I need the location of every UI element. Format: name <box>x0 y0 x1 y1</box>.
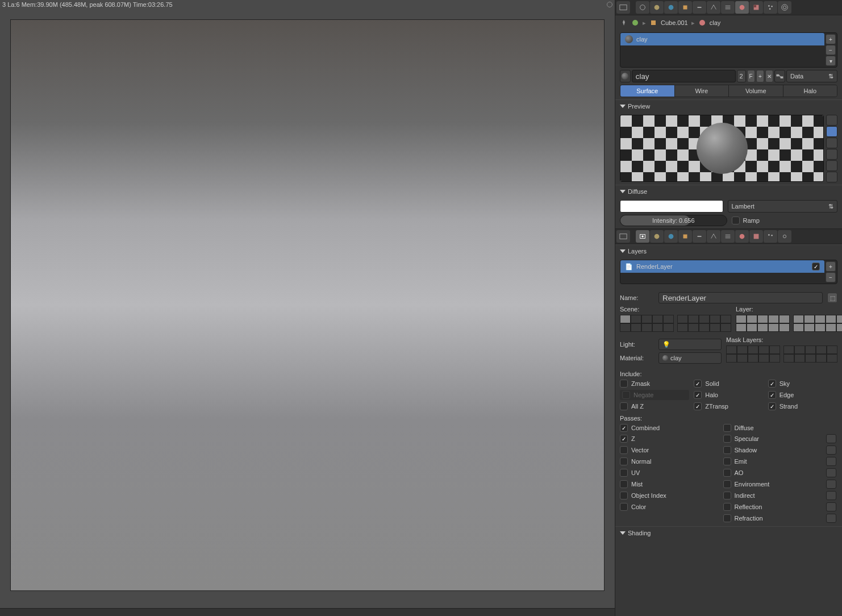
preview-panel-header[interactable]: Preview <box>615 99 842 113</box>
refraction-exclude-button[interactable] <box>826 514 836 523</box>
indirect-exclude-button[interactable] <box>826 491 836 500</box>
preview-cube-button[interactable] <box>826 138 837 148</box>
shadow-exclude-button[interactable] <box>826 446 836 455</box>
tab-data-icon[interactable] <box>721 230 735 243</box>
light-override-input[interactable]: 💡 <box>658 339 722 350</box>
refraction-checkbox[interactable] <box>723 514 731 522</box>
normal-checkbox[interactable] <box>620 457 628 465</box>
tab-physics-icon[interactable] <box>778 230 791 243</box>
single-layer-button[interactable]: ⬚ <box>827 293 837 303</box>
preview-spheresky-button[interactable] <box>826 172 837 182</box>
remove-layer-button[interactable]: − <box>826 272 836 282</box>
mist-checkbox[interactable] <box>620 480 628 488</box>
tab-world-icon[interactable] <box>664 1 678 14</box>
breadcrumb-material[interactable]: clay <box>710 19 721 26</box>
material-link-select[interactable]: Data ⇅ <box>786 70 837 82</box>
objectindex-checkbox[interactable] <box>620 492 628 500</box>
render-layer-enable-checkbox[interactable] <box>812 263 820 270</box>
tab-texture-icon[interactable] <box>749 230 763 243</box>
diffuse-model-select[interactable]: Lambert ⇅ <box>728 200 838 213</box>
add-slot-button[interactable]: + <box>826 34 836 44</box>
specular-exclude-button[interactable] <box>826 434 836 443</box>
emit-checkbox[interactable] <box>723 457 731 465</box>
tab-material-icon[interactable] <box>735 1 749 14</box>
fake-user-button[interactable]: F <box>747 70 755 82</box>
preview-hair-button[interactable] <box>826 160 837 171</box>
material-slot-item[interactable]: clay <box>620 33 824 45</box>
zmask-checkbox[interactable] <box>620 380 628 388</box>
tab-modifiers-icon[interactable] <box>707 1 720 14</box>
tab-scene-icon[interactable] <box>650 230 664 243</box>
specular-checkbox[interactable] <box>723 435 731 443</box>
diffuse-intensity-slider[interactable]: Intensity: 0.656 <box>620 215 727 226</box>
tab-halo[interactable]: Halo <box>783 85 837 97</box>
ztransp-checkbox[interactable] <box>694 402 702 410</box>
tab-volume[interactable]: Volume <box>729 85 783 97</box>
layers-panel-header[interactable]: Layers <box>615 244 842 257</box>
tab-physics-icon[interactable] <box>778 1 791 14</box>
allz-checkbox[interactable] <box>620 402 628 410</box>
tab-world-icon[interactable] <box>664 230 678 243</box>
vector-checkbox[interactable] <box>620 446 628 454</box>
window-close-icon[interactable] <box>607 2 612 7</box>
tab-window-icon[interactable] <box>616 230 630 243</box>
halo-checkbox[interactable] <box>694 391 702 399</box>
tab-object-icon[interactable] <box>678 1 692 14</box>
diffuse-panel-header[interactable]: Diffuse <box>615 185 842 198</box>
uv-checkbox[interactable] <box>620 469 628 477</box>
emit-exclude-button[interactable] <box>826 457 836 466</box>
material-users[interactable]: 2 <box>737 70 746 82</box>
preview-monkey-button[interactable] <box>826 149 837 160</box>
strand-checkbox[interactable] <box>768 402 776 410</box>
context-icon[interactable] <box>631 19 639 27</box>
scene-layers-grid[interactable] <box>620 315 731 332</box>
diffuse-pass-checkbox[interactable] <box>723 424 731 432</box>
tab-scene-icon[interactable] <box>650 1 664 14</box>
reflection-checkbox[interactable] <box>723 503 731 511</box>
z-checkbox[interactable] <box>620 435 628 443</box>
preview-flat-button[interactable] <box>826 115 837 126</box>
render-layer-item[interactable]: 📄 RenderLayer <box>620 260 824 273</box>
tab-render-icon[interactable] <box>636 230 649 243</box>
indirect-checkbox[interactable] <box>723 492 731 500</box>
tab-texture-icon[interactable] <box>749 1 763 14</box>
tab-modifiers-icon[interactable] <box>707 230 720 243</box>
tab-constraints-icon[interactable] <box>693 1 706 14</box>
ao-checkbox[interactable] <box>723 469 731 477</box>
node-toggle-button[interactable] <box>774 70 785 82</box>
tab-wire[interactable]: Wire <box>675 85 730 97</box>
new-material-button[interactable]: + <box>756 70 764 82</box>
color-checkbox[interactable] <box>620 503 628 511</box>
layer-layers-grid[interactable] <box>736 315 842 332</box>
tab-object-icon[interactable] <box>678 230 692 243</box>
tab-data-icon[interactable] <box>721 1 735 14</box>
ramp-checkbox[interactable] <box>732 217 740 224</box>
tab-constraints-icon[interactable] <box>693 230 706 243</box>
tab-particles-icon[interactable] <box>764 230 777 243</box>
material-name-input[interactable] <box>632 70 736 82</box>
material-override-input[interactable]: clay <box>658 352 722 364</box>
render-viewport[interactable] <box>0 9 615 608</box>
mask-layers-grid[interactable] <box>726 346 837 363</box>
reflection-exclude-button[interactable] <box>826 502 836 511</box>
combined-checkbox[interactable] <box>620 424 628 432</box>
ao-exclude-button[interactable] <box>826 468 836 477</box>
edge-checkbox[interactable] <box>768 391 776 399</box>
solid-checkbox[interactable] <box>694 380 702 388</box>
diffuse-color[interactable] <box>620 200 723 213</box>
shadow-checkbox[interactable] <box>723 446 731 454</box>
unlink-material-button[interactable]: ✕ <box>765 70 773 82</box>
slot-menu-button[interactable]: ▾ <box>826 56 836 66</box>
environment-checkbox[interactable] <box>723 480 731 488</box>
remove-slot-button[interactable]: − <box>826 45 836 55</box>
tab-material-icon[interactable] <box>735 230 749 243</box>
browse-material-button[interactable] <box>620 70 631 82</box>
pin-icon[interactable] <box>620 19 628 27</box>
add-layer-button[interactable]: + <box>826 261 836 272</box>
shading-panel-header[interactable]: Shading <box>615 526 842 539</box>
tab-render-icon[interactable] <box>636 1 649 14</box>
layer-name-input[interactable] <box>658 292 823 303</box>
sky-checkbox[interactable] <box>768 380 776 388</box>
environment-exclude-button[interactable] <box>826 480 836 489</box>
preview-sphere-button[interactable] <box>826 126 837 137</box>
